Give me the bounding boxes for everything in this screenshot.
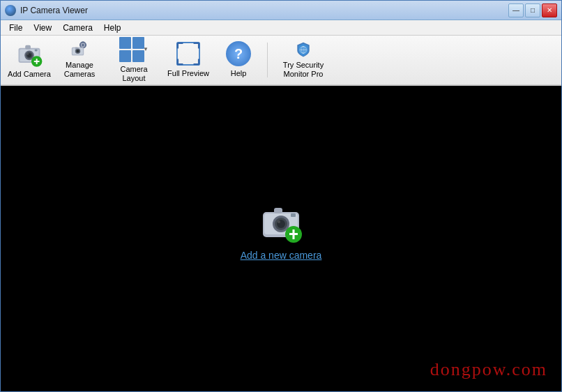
menu-view[interactable]: View xyxy=(28,22,57,34)
grid-cell-1 xyxy=(119,37,131,49)
toolbar: Add Camera Manage Ca xyxy=(1,36,561,86)
svg-rect-17 xyxy=(85,44,86,45)
full-preview-button[interactable]: Full Preview xyxy=(164,38,213,82)
window-title: IP Camera Viewer xyxy=(20,6,88,15)
svg-point-34 xyxy=(278,220,280,223)
svg-point-22 xyxy=(77,50,79,52)
add-camera-center-label[interactable]: Add a new camera xyxy=(241,250,322,261)
toolbar-separator xyxy=(267,43,268,77)
menu-camera[interactable]: Camera xyxy=(57,22,98,34)
add-camera-button[interactable]: Add Camera xyxy=(5,38,54,82)
add-camera-center-icon xyxy=(259,202,303,244)
add-camera-icon xyxy=(15,41,43,67)
minimize-button[interactable]: — xyxy=(508,3,524,17)
menu-bar: File View Camera Help xyxy=(1,20,561,36)
try-security-monitor-label: Try Security Monitor Pro xyxy=(275,61,332,79)
full-preview-icon xyxy=(176,41,201,66)
svg-point-5 xyxy=(27,53,29,54)
menu-help[interactable]: Help xyxy=(98,22,127,34)
svg-rect-24 xyxy=(177,43,199,65)
layout-dropdown-arrow: ▼ xyxy=(143,46,149,52)
camera-layout-icon-wrap: ▼ xyxy=(119,37,149,62)
app-window: IP Camera Viewer — □ ✕ File View Camera … xyxy=(0,0,562,392)
camera-layout-icon xyxy=(119,37,144,62)
add-camera-label: Add Camera xyxy=(8,70,51,79)
svg-rect-14 xyxy=(82,42,84,43)
full-preview-label: Full Preview xyxy=(167,69,209,78)
manage-cameras-icon xyxy=(66,41,93,58)
app-icon xyxy=(5,5,16,16)
window-controls: — □ ✕ xyxy=(508,3,557,17)
svg-point-13 xyxy=(82,44,84,47)
svg-rect-10 xyxy=(36,59,38,64)
grid-cell-3 xyxy=(119,50,131,62)
title-bar: IP Camera Viewer — □ ✕ xyxy=(1,1,561,20)
camera-layout-label: Camera Layout xyxy=(108,65,160,83)
maximize-button[interactable]: □ xyxy=(525,3,540,17)
title-bar-left: IP Camera Viewer xyxy=(5,5,88,16)
add-camera-center[interactable]: Add a new camera xyxy=(241,202,322,261)
svg-rect-35 xyxy=(274,208,282,213)
svg-rect-39 xyxy=(292,229,294,239)
camera-layout-button[interactable]: ▼ Camera Layout xyxy=(105,38,162,82)
manage-cameras-button[interactable]: Manage Cameras xyxy=(55,38,104,82)
svg-rect-6 xyxy=(25,45,31,50)
close-button[interactable]: ✕ xyxy=(542,3,557,17)
watermark: dongpow.com xyxy=(430,359,547,380)
try-security-monitor-button[interactable]: Try Security Monitor Pro xyxy=(272,38,335,82)
main-content: Add a new camera dongpow.com xyxy=(1,86,561,391)
security-monitor-icon xyxy=(289,41,317,58)
help-label: Help xyxy=(231,69,247,78)
svg-rect-7 xyxy=(35,50,38,52)
help-button[interactable]: ? Help xyxy=(214,38,263,82)
manage-cameras-label: Manage Cameras xyxy=(58,61,101,79)
svg-rect-36 xyxy=(291,213,296,217)
help-icon: ? xyxy=(226,41,251,66)
menu-file[interactable]: File xyxy=(3,22,28,34)
svg-rect-23 xyxy=(75,47,78,49)
svg-rect-16 xyxy=(79,44,81,45)
